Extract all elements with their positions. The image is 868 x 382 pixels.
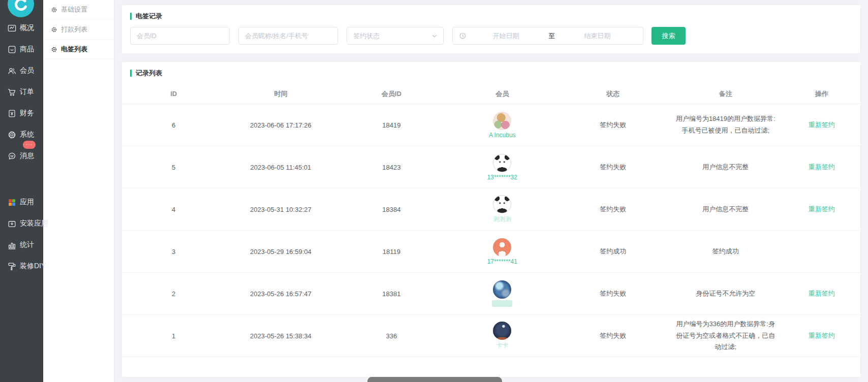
sign-status-placeholder: 签约状态 (353, 31, 380, 41)
messages-badge: ··· (23, 141, 36, 149)
sidebar-item-install-app[interactable]: 安装应用 (0, 213, 43, 234)
cell-id: 1 (122, 332, 225, 340)
member-avatar[interactable] (493, 154, 511, 172)
header-time: 时间 (225, 89, 336, 99)
member-avatar[interactable] (493, 238, 511, 257)
search-panel: 电签记录 签约状态 开始日期 至 结束日期 搜索 (122, 5, 860, 53)
records-panel-title-text: 记录列表 (136, 69, 162, 78)
header-member-id: 会员ID (336, 89, 447, 99)
submenu-item-label: 基础设置 (61, 5, 87, 14)
goods-icon (7, 44, 17, 54)
search-panel-title: 电签记录 (122, 5, 860, 26)
cell-member-id: 18384 (336, 206, 447, 213)
sidebar-item-label: 消息 (20, 151, 34, 161)
table-header-row: ID 时间 会员ID 会员 状态 备注 操作 (122, 84, 860, 104)
cell-time: 2023-05-26 16:57:47 (225, 290, 336, 298)
gear-icon (51, 7, 57, 13)
members-icon (7, 66, 17, 76)
title-accent-bar (130, 13, 132, 20)
member-name[interactable]: 13*******32 (487, 174, 517, 181)
table-row: 4 2023-05-31 10:32:27 18384 测测测 签约失败 用户信… (122, 188, 860, 231)
cell-remark: 用户信息不完整 (668, 204, 783, 215)
gear-icon (51, 26, 57, 33)
member-avatar[interactable] (493, 280, 511, 299)
clock-icon (459, 32, 467, 40)
table-row: 2 2023-05-26 16:57:47 18381 签约失败 身份证号不允许… (122, 273, 860, 315)
table-row: 5 2023-06-05 11:45:01 18423 13*******32 … (122, 146, 860, 188)
member-name[interactable]: 卡卡 (496, 341, 508, 350)
paint-roller-icon (7, 261, 17, 271)
sidebar-item-finance[interactable]: 财务 (0, 103, 43, 124)
cell-member: A Incubus (447, 112, 557, 139)
cell-time: 2023-05-31 10:32:27 (225, 206, 336, 213)
sidebar-item-apps[interactable]: 应用 (0, 192, 43, 213)
cell-remark: 用户编号为18419的用户数据异常: 手机号已被使用，已自动过滤; (668, 113, 783, 137)
submenu-item-label: 电签列表 (61, 45, 87, 54)
table-row: 6 2023-06-06 17:17:26 18419 A Incubus 签约… (122, 104, 860, 146)
records-panel-title: 记录列表 (122, 62, 860, 83)
sidebar-item-decorate-diy[interactable]: 装修DIY (0, 256, 43, 277)
submenu-item-payment-list[interactable]: 打款列表 (43, 20, 114, 40)
cell-remark: 用户信息不完整 (668, 162, 783, 173)
sidebar-item-system[interactable]: 系统 (0, 124, 43, 145)
sidebar-item-label: 订单 (20, 87, 34, 97)
date-range-picker[interactable]: 开始日期 至 结束日期 (452, 27, 643, 45)
resign-link[interactable]: 重新签约 (809, 163, 835, 171)
cell-status: 签约失败 (557, 120, 668, 130)
submenu-item-label: 打款列表 (61, 25, 87, 34)
resign-link[interactable]: 重新签约 (809, 205, 835, 213)
cell-status: 签约失败 (557, 163, 668, 172)
sidebar-item-label: 装修DIY (20, 262, 46, 271)
member-name[interactable]: A Incubus (489, 132, 516, 139)
search-panel-title-text: 电签记录 (136, 12, 162, 21)
orders-icon (7, 87, 17, 97)
cell-id: 3 (122, 248, 225, 256)
member-keyword-input[interactable] (238, 27, 338, 45)
sidebar-item-overview[interactable]: 概况 (0, 17, 43, 39)
member-avatar[interactable] (493, 322, 511, 340)
logo-swirl-icon (8, 0, 34, 17)
search-button[interactable]: 搜索 (652, 27, 686, 45)
cell-member: 13*******32 (447, 154, 557, 181)
sidebar-item-orders[interactable]: 订单 (0, 81, 43, 103)
cell-member (447, 280, 557, 307)
cell-status: 签约失败 (557, 331, 668, 340)
sign-status-select[interactable]: 签约状态 (347, 27, 444, 45)
sidebar-item-members[interactable]: 会员 (0, 60, 43, 81)
main-content: 电签记录 签约状态 开始日期 至 结束日期 搜索 (114, 0, 868, 382)
sidebar-item-label: 安装应用 (20, 219, 48, 228)
sub-sidebar: 基础设置 打款列表 电签列表 (43, 0, 114, 382)
resign-link[interactable]: 重新签约 (809, 290, 835, 297)
sidebar-primary-nav: 概况 商品 会员 订单 (0, 0, 43, 167)
sidebar-item-goods[interactable]: 商品 (0, 39, 43, 60)
table-row: 1 2023-05-26 15:38:34 336 卡卡 签约失败 用户编号为3… (122, 315, 860, 357)
sidebar-item-statistics[interactable]: 统计 (0, 234, 43, 256)
member-name[interactable]: 17*******41 (487, 258, 517, 265)
filter-bar: 签约状态 开始日期 至 结束日期 搜索 (122, 26, 860, 45)
finance-icon (7, 108, 17, 118)
cell-action: 重新签约 (783, 331, 860, 340)
bottom-scroll-pill[interactable] (367, 377, 502, 382)
cell-member-id: 18381 (336, 290, 447, 298)
sidebar-item-messages[interactable]: ··· 消息 (0, 145, 43, 167)
messages-icon (7, 151, 17, 161)
member-avatar[interactable] (493, 195, 511, 213)
gear-icon (51, 46, 57, 53)
main-sidebar: 概况 商品 会员 订单 (0, 0, 43, 382)
member-name[interactable]: 测测测 (493, 215, 511, 224)
member-name[interactable] (492, 300, 512, 307)
sidebar-item-label: 商品 (20, 45, 34, 54)
end-date-placeholder[interactable]: 结束日期 (558, 31, 637, 41)
app-logo[interactable] (8, 0, 34, 17)
submenu-item-basic-settings[interactable]: 基础设置 (43, 0, 114, 20)
member-id-input[interactable] (130, 27, 230, 45)
start-date-placeholder[interactable]: 开始日期 (467, 31, 545, 41)
header-action: 操作 (783, 89, 860, 99)
member-avatar[interactable] (493, 112, 511, 130)
cell-action: 重新签约 (783, 289, 860, 298)
resign-link[interactable]: 重新签约 (809, 332, 835, 339)
cell-remark: 签约成功 (668, 246, 783, 258)
submenu-item-esign-list[interactable]: 电签列表 (43, 40, 114, 59)
cell-action: 重新签约 (783, 120, 860, 130)
resign-link[interactable]: 重新签约 (809, 121, 835, 129)
